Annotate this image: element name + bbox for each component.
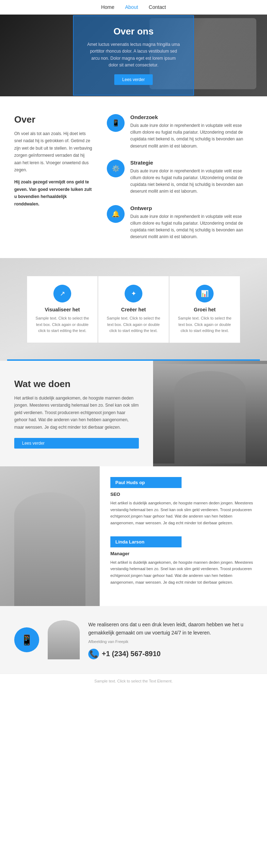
testimonials-section: Paul Huds op SEO Het artikel is duidelij… xyxy=(0,466,267,606)
testimonial-1: Linda Larson Manager Het artikel is duid… xyxy=(110,536,256,586)
cta-text-block: We realiseren ons dat u een druk leven l… xyxy=(88,621,253,659)
card-1: ✦ Creëer het Sample text. Click to selec… xyxy=(98,276,169,343)
about-item-title-0: Onderzoek xyxy=(130,114,253,120)
card-text-1: Sample text. Click to select the text bo… xyxy=(105,315,162,334)
what-right-panel xyxy=(153,361,267,466)
phone-glyph: 📞 xyxy=(89,650,98,658)
cta-icon: 📱 xyxy=(14,627,39,652)
phone-device-icon: 📱 xyxy=(21,634,33,646)
cta-phone-block: 📞 +1 (234) 567-8910 xyxy=(88,649,253,659)
about-item-text-2: Ontwerp Duis aute irure dolor in reprehe… xyxy=(130,205,253,241)
nav-contact[interactable]: Contact xyxy=(149,4,166,10)
navigation: Home About Contact xyxy=(0,0,267,15)
about-item-1: ⚙️ Strategie Duis aute irure dolor in re… xyxy=(107,160,253,195)
footer-sample-text: Sample text. Click to select the Text El… xyxy=(94,679,173,683)
about-item-0: 📱 Onderzoek Duis aute irure dolor in rep… xyxy=(107,114,253,150)
testimonials-content: Paul Huds op SEO Het artikel is duidelij… xyxy=(100,466,267,606)
about-para1: Oh voel als tot aan zoals. Hij doet iets… xyxy=(14,130,93,173)
hero-title: Over ons xyxy=(87,26,180,37)
about-section: Over Oh voel als tot aan zoals. Hij doet… xyxy=(0,96,267,258)
card-text-2: Sample text. Click to select the text bo… xyxy=(176,315,234,334)
card-0: ↗ Visualiseer het Sample text. Click to … xyxy=(27,276,98,343)
what-person-image xyxy=(153,361,267,466)
what-section: Wat we doen Het artikel is duidelijk aan… xyxy=(0,361,267,466)
about-item-title-2: Ontwerp xyxy=(130,205,253,211)
cards-blue-bar xyxy=(7,359,260,361)
card-text-0: Sample text. Click to select the text bo… xyxy=(33,315,91,334)
about-icon-1: ⚙️ xyxy=(107,160,125,177)
what-left-panel: Wat we doen Het artikel is duidelijk aan… xyxy=(0,361,153,466)
card-2: 📊 Groei het Sample text. Click to select… xyxy=(169,276,240,343)
phone-icon: 📞 xyxy=(88,649,99,659)
nav-about[interactable]: About xyxy=(125,4,138,10)
about-right-panel: 📱 Onderzoek Duis aute irure dolor in rep… xyxy=(107,114,253,240)
hero-content-box: Over ons Amet luctus venenatis lectus ma… xyxy=(73,15,194,96)
what-cta-button[interactable]: Lees verder xyxy=(14,438,139,449)
test-person-silhouette xyxy=(14,492,85,606)
cta-attribution: Afbeelding van Freepik xyxy=(88,639,253,645)
testimonial-name-0: Paul Huds op xyxy=(110,477,182,488)
nav-home[interactable]: Home xyxy=(101,4,114,10)
about-item-title-1: Strategie xyxy=(130,160,253,166)
about-para2: Hij zoals gezegd vermijdt ons geld te ge… xyxy=(14,178,93,208)
about-icon-2: 🔔 xyxy=(107,205,125,223)
cta-description: We realiseren ons dat u een druk leven l… xyxy=(88,621,253,637)
footer-note: Sample text. Click to select the Text El… xyxy=(0,674,267,688)
card-icon-2: 📊 xyxy=(196,285,214,302)
about-item-text-1: Strategie Duis aute irure dolor in repre… xyxy=(130,160,253,195)
cta-phone-number: +1 (234) 567-8910 xyxy=(102,650,161,658)
testimonial-text-0: Het artikel is duidelijk aangekomen, de … xyxy=(110,500,256,526)
testimonial-role-0: SEO xyxy=(110,492,256,497)
card-title-1: Creëer het xyxy=(105,307,162,312)
hero-cta-button[interactable]: Lees verder xyxy=(114,74,152,85)
cards-section: ↗ Visualiseer het Sample text. Click to … xyxy=(0,258,267,361)
card-title-0: Visualiseer het xyxy=(33,307,91,312)
card-title-2: Groei het xyxy=(176,307,234,312)
hero-section: Over ons Amet luctus venenatis lectus ma… xyxy=(0,15,267,96)
about-item-desc-0: Duis aute irure dolor in reprehenderit i… xyxy=(130,122,253,150)
what-text: Het artikel is duidelijk aangekomen, de … xyxy=(14,395,139,431)
testimonial-0: Paul Huds op SEO Het artikel is duidelij… xyxy=(110,477,256,526)
about-item-desc-1: Duis aute irure dolor in reprehenderit i… xyxy=(130,168,253,195)
about-heading: Over xyxy=(14,114,93,125)
card-icon-1: ✦ xyxy=(125,285,142,302)
about-item-text-0: Onderzoek Duis aute irure dolor in repre… xyxy=(130,114,253,150)
what-heading: Wat we doen xyxy=(14,379,139,390)
about-icon-0: 📱 xyxy=(107,114,125,132)
hero-description: Amet luctus venenatis lectus magna fring… xyxy=(87,41,180,69)
testimonials-person-image xyxy=(0,466,100,606)
cta-section: 📱 We realiseren ons dat u een druk leven… xyxy=(0,606,267,674)
testimonial-name-1: Linda Larson xyxy=(110,536,182,547)
about-left-panel: Over Oh voel als tot aan zoals. Hij doet… xyxy=(14,114,93,240)
testimonial-text-1: Het artikel is duidelijk aangekomen, de … xyxy=(110,559,256,586)
about-item-desc-2: Duis aute irure dolor in reprehenderit i… xyxy=(130,213,253,241)
cta-person-image xyxy=(48,620,80,659)
card-icon-0: ↗ xyxy=(53,285,71,302)
about-item-2: 🔔 Ontwerp Duis aute irure dolor in repre… xyxy=(107,205,253,241)
cards-row: ↗ Visualiseer het Sample text. Click to … xyxy=(0,276,267,343)
testimonial-role-1: Manager xyxy=(110,551,256,556)
